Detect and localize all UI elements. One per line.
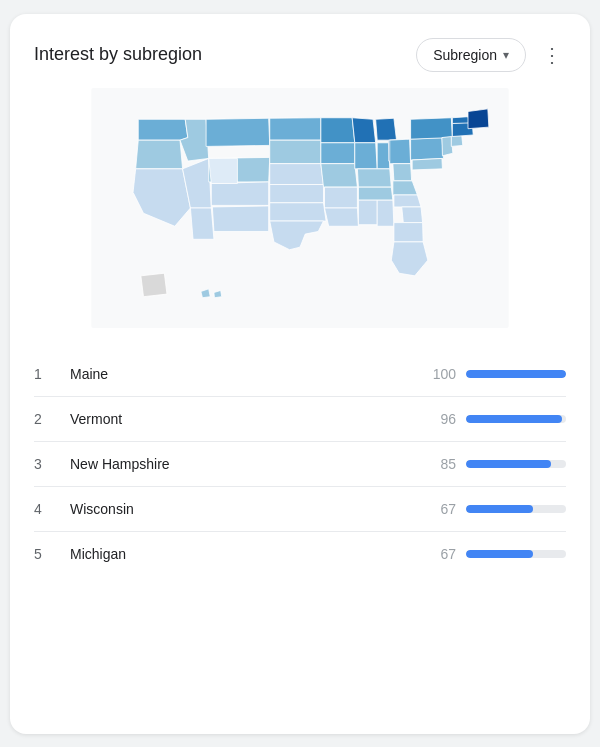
- usa-map: [90, 88, 510, 328]
- svg-marker-46: [468, 108, 489, 128]
- rank-3: 3: [34, 456, 62, 472]
- bar-container-michigan: [466, 550, 566, 558]
- svg-marker-40: [411, 117, 453, 138]
- bar-fill-wisconsin: [466, 505, 533, 513]
- rank-4: 4: [34, 501, 62, 517]
- svg-marker-32: [390, 139, 411, 164]
- svg-marker-21: [325, 187, 358, 208]
- svg-marker-35: [394, 194, 421, 206]
- header-controls: Subregion ▾ ⋮: [416, 38, 566, 72]
- svg-marker-29: [377, 200, 394, 226]
- svg-marker-37: [394, 222, 423, 241]
- chevron-down-icon: ▾: [503, 48, 509, 62]
- svg-marker-13: [270, 140, 321, 163]
- bar-fill-maine: [466, 370, 566, 378]
- region-name-newhampshire: New Hampshire: [62, 456, 420, 472]
- more-options-icon[interactable]: ⋮: [538, 39, 566, 71]
- svg-marker-22: [325, 208, 359, 226]
- subregion-button[interactable]: Subregion ▾: [416, 38, 526, 72]
- svg-marker-39: [411, 137, 444, 159]
- svg-marker-28: [358, 200, 377, 225]
- svg-marker-26: [357, 168, 391, 186]
- interest-card: Interest by subregion Subregion ▾ ⋮: [10, 14, 590, 734]
- score-maine: 100: [420, 366, 456, 382]
- svg-marker-27: [358, 187, 392, 200]
- rank-5: 5: [34, 546, 62, 562]
- svg-marker-45: [452, 116, 469, 123]
- svg-marker-16: [270, 202, 326, 220]
- list-item: 5 Michigan 67: [34, 532, 566, 576]
- score-wisconsin: 67: [420, 501, 456, 517]
- list-item: 1 Maine 100: [34, 352, 566, 397]
- svg-marker-24: [355, 142, 377, 168]
- score-newhampshire: 85: [420, 456, 456, 472]
- bar-fill-newhampshire: [466, 460, 551, 468]
- score-michigan: 67: [420, 546, 456, 562]
- score-vermont: 96: [420, 411, 456, 427]
- bar-container-vermont: [466, 415, 566, 423]
- card-title: Interest by subregion: [34, 44, 202, 65]
- svg-marker-19: [321, 142, 355, 163]
- svg-marker-14: [270, 163, 324, 184]
- svg-marker-47: [141, 273, 167, 296]
- svg-marker-15: [270, 184, 324, 202]
- svg-marker-20: [321, 163, 358, 186]
- rank-2: 2: [34, 411, 62, 427]
- list-item: 2 Vermont 96: [34, 397, 566, 442]
- region-name-michigan: Michigan: [62, 546, 420, 562]
- svg-marker-9: [211, 181, 268, 204]
- svg-marker-1: [138, 119, 188, 140]
- svg-marker-10: [212, 205, 268, 231]
- region-name-maine: Maine: [62, 366, 420, 382]
- bar-fill-vermont: [466, 415, 562, 423]
- list-item: 4 Wisconsin 67: [34, 487, 566, 532]
- svg-marker-42: [412, 158, 442, 169]
- svg-marker-12: [270, 117, 321, 139]
- bar-container-wisconsin: [466, 505, 566, 513]
- bar-container-newhampshire: [466, 460, 566, 468]
- bar-container-maine: [466, 370, 566, 378]
- svg-marker-30: [376, 118, 397, 140]
- svg-marker-36: [402, 206, 423, 222]
- region-name-vermont: Vermont: [62, 411, 420, 427]
- svg-marker-23: [352, 117, 375, 142]
- rank-1: 1: [34, 366, 62, 382]
- bar-fill-michigan: [466, 550, 533, 558]
- svg-marker-6: [190, 208, 213, 239]
- region-name-wisconsin: Wisconsin: [62, 501, 420, 517]
- map-container: [34, 88, 566, 328]
- list-item: 3 New Hampshire 85: [34, 442, 566, 487]
- svg-marker-11: [209, 158, 238, 183]
- svg-marker-2: [136, 140, 183, 169]
- svg-marker-7: [206, 118, 270, 146]
- regions-list: 1 Maine 100 2 Vermont 96 3 New Hampshire…: [34, 352, 566, 576]
- card-header: Interest by subregion Subregion ▾ ⋮: [34, 38, 566, 72]
- svg-marker-33: [393, 163, 412, 180]
- svg-marker-18: [321, 117, 355, 142]
- subregion-label: Subregion: [433, 47, 497, 63]
- svg-marker-43: [451, 135, 462, 146]
- svg-marker-25: [377, 142, 390, 168]
